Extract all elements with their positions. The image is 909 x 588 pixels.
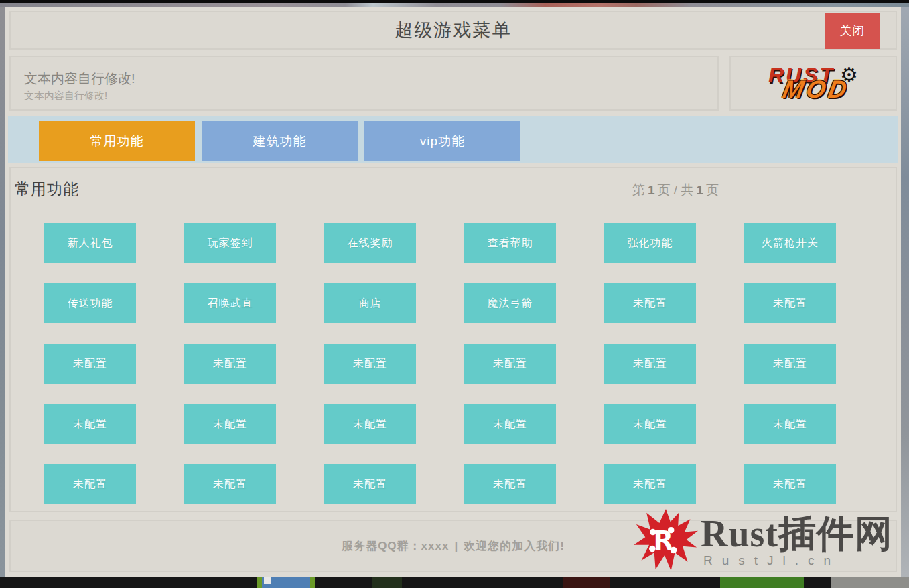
footer-server-label: 服务器QQ群： xyxy=(342,540,421,553)
grid-button[interactable]: 在线奖励 xyxy=(324,223,416,263)
tab-vip-functions[interactable]: vip功能 xyxy=(364,121,520,161)
grid-button[interactable]: 未配置 xyxy=(184,344,276,384)
game-hotbar-fragment xyxy=(257,577,262,588)
grid-button[interactable]: 未配置 xyxy=(44,404,136,444)
grid-button[interactable]: 玩家签到 xyxy=(184,223,276,263)
grid-button[interactable]: 未配置 xyxy=(324,344,416,384)
info-line-primary: 文本内容自行修改! xyxy=(24,70,704,88)
grid-button[interactable]: 火箭枪开关 xyxy=(744,223,836,263)
tab-building-functions[interactable]: 建筑功能 xyxy=(202,121,358,161)
grid-button[interactable]: 未配置 xyxy=(184,404,276,444)
page-mid: 页 / 共 xyxy=(658,183,694,197)
game-background-left xyxy=(0,7,5,577)
game-background-right xyxy=(901,7,909,577)
grid-button[interactable]: 未配置 xyxy=(324,404,416,444)
footer-text: 服务器QQ群：xxxx|欢迎您的加入我们! xyxy=(342,538,565,554)
grid-button[interactable]: 召唤武直 xyxy=(184,283,276,323)
grid-button[interactable]: 未配置 xyxy=(744,464,836,504)
grid-button[interactable]: 未配置 xyxy=(744,283,836,323)
content-panel: 常用功能 第1页 / 共1页 新人礼包 玩家签到 在线奖励 查看帮助 强化功能 … xyxy=(9,167,897,512)
grid-button[interactable]: 未配置 xyxy=(44,344,136,384)
rustjl-title: Rust插件网 xyxy=(701,514,893,554)
tab-common-functions[interactable]: 常用功能 xyxy=(39,121,195,161)
footer-welcome-text: 欢迎您的加入我们! xyxy=(464,540,565,553)
page-suffix: 页 xyxy=(706,183,719,197)
header-bar: 超级游戏菜单 关闭 xyxy=(9,11,897,50)
grid-button[interactable]: 未配置 xyxy=(464,404,556,444)
rustjl-domain: RustJl.cn xyxy=(701,553,893,568)
page-total: 1 xyxy=(696,183,703,197)
menu-panel: 超级游戏菜单 关闭 文本内容自行修改! 文本内容自行修改! RUST ⚙ MOD… xyxy=(5,7,901,577)
info-row: 文本内容自行修改! 文本内容自行修改! RUST ⚙ MOD xyxy=(9,56,897,111)
page-prefix: 第 xyxy=(632,183,645,197)
game-hotbar-fragment xyxy=(264,577,271,584)
grid-button[interactable]: 商店 xyxy=(324,283,416,323)
page-current: 1 xyxy=(648,183,655,197)
rustmod-logo-box: RUST ⚙ MOD xyxy=(729,56,897,111)
grid-button[interactable]: 未配置 xyxy=(604,404,696,444)
game-hotbar-fragment xyxy=(372,577,402,588)
info-line-secondary: 文本内容自行修改! xyxy=(24,90,704,102)
grid-button[interactable]: 未配置 xyxy=(464,464,556,504)
grid-button[interactable]: 未配置 xyxy=(604,344,696,384)
section-title: 常用功能 xyxy=(15,179,79,200)
footer-qq-value: xxxx xyxy=(421,540,449,553)
rustmod-logo: RUST ⚙ MOD xyxy=(768,64,858,102)
rustjl-text: Rust插件网 RustJl.cn xyxy=(701,514,893,569)
page-indicator: 第1页 / 共1页 xyxy=(632,181,719,199)
grid-button[interactable]: 未配置 xyxy=(744,404,836,444)
game-hotbar-fragment xyxy=(310,577,315,588)
game-hotbar-fragment xyxy=(831,577,909,588)
footer-separator: | xyxy=(454,540,458,553)
close-button[interactable]: 关闭 xyxy=(825,13,880,49)
grid-button[interactable]: 未配置 xyxy=(604,464,696,504)
paint-splat-icon: R xyxy=(634,509,698,573)
game-hotbar-fragment xyxy=(720,577,804,588)
grid-button[interactable]: 强化功能 xyxy=(604,223,696,263)
grid-button[interactable]: 未配置 xyxy=(604,283,696,323)
button-grid: 新人礼包 玩家签到 在线奖励 查看帮助 强化功能 火箭枪开关 传送功能 召唤武直… xyxy=(44,223,836,504)
page-title: 超级游戏菜单 xyxy=(395,18,512,42)
grid-button[interactable]: 未配置 xyxy=(44,464,136,504)
grid-button[interactable]: 新人礼包 xyxy=(44,223,136,263)
grid-button[interactable]: 未配置 xyxy=(464,344,556,384)
grid-button[interactable]: 未配置 xyxy=(324,464,416,504)
grid-button[interactable]: 传送功能 xyxy=(44,283,136,323)
grid-button[interactable]: 查看帮助 xyxy=(464,223,556,263)
game-hotbar-fragment xyxy=(563,577,610,588)
grid-button[interactable]: 未配置 xyxy=(744,344,836,384)
rustmod-mod-text: MOD xyxy=(781,77,861,102)
grid-button[interactable]: 魔法弓箭 xyxy=(464,283,556,323)
rustjl-logo: R Rust插件网 RustJl.cn xyxy=(634,509,893,573)
tab-bar: 常用功能 建筑功能 vip功能 xyxy=(8,116,898,163)
info-panel: 文本内容自行修改! 文本内容自行修改! xyxy=(9,56,719,111)
rustjl-letter: R xyxy=(653,526,673,556)
game-background-top xyxy=(0,0,909,7)
game-background-bottom xyxy=(0,577,909,588)
grid-button[interactable]: 未配置 xyxy=(184,464,276,504)
